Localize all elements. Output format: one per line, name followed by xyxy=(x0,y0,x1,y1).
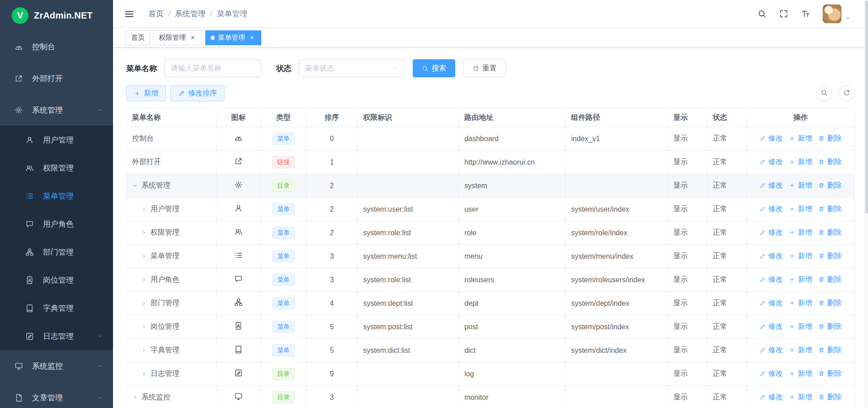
breadcrumb-item-home[interactable]: 首页 xyxy=(148,9,164,19)
edit-link[interactable]: 修改 xyxy=(760,322,783,332)
expand-row-icon[interactable] xyxy=(141,253,151,259)
cell-icon xyxy=(216,151,260,174)
font-size-icon[interactable] xyxy=(801,9,810,19)
delete-link[interactable]: 删除 xyxy=(818,369,841,379)
status-select[interactable]: 菜单状态 xyxy=(299,59,405,77)
delete-link[interactable]: 删除 xyxy=(818,346,841,355)
delete-link[interactable]: 删除 xyxy=(818,204,841,214)
expand-row-icon[interactable] xyxy=(141,300,151,306)
toggle-search-button[interactable] xyxy=(816,85,832,101)
delete-link[interactable]: 删除 xyxy=(818,157,841,167)
reset-button[interactable]: 重置 xyxy=(463,59,506,77)
edit-link[interactable]: 修改 xyxy=(760,134,783,143)
delete-link[interactable]: 删除 xyxy=(818,181,841,190)
sidebar-item-dashboard[interactable]: 控制台 xyxy=(0,31,113,62)
delete-link[interactable]: 删除 xyxy=(818,251,841,261)
caret-down-icon xyxy=(845,15,851,21)
sidebar-item-role[interactable]: 权限管理 xyxy=(0,154,113,182)
edit-link[interactable]: 修改 xyxy=(760,369,783,379)
top-navbar: 首页/系统管理/菜单管理 xyxy=(113,0,868,28)
sidebar-toggle-icon[interactable] xyxy=(124,9,135,19)
expand-collapse-icon[interactable] xyxy=(132,183,142,189)
cell-sort: 2 xyxy=(306,174,357,198)
breadcrumb-item-system[interactable]: 系统管理 xyxy=(175,9,206,19)
expand-row-icon[interactable] xyxy=(141,206,151,212)
cell-ops: 修改新增删除 xyxy=(746,127,854,151)
delete-link[interactable]: 删除 xyxy=(818,134,841,143)
sidebar-item-external[interactable]: 外部打开 xyxy=(0,62,113,94)
sidebar-item-label: 外部打开 xyxy=(32,73,63,84)
add-link[interactable]: 新增 xyxy=(789,299,812,308)
search-icon[interactable] xyxy=(757,9,767,19)
add-link[interactable]: 新增 xyxy=(789,204,812,214)
app-logo[interactable]: V ZrAdmin.NET xyxy=(0,0,113,31)
menu-table: 菜单名称图标类型排序权限标识路由地址组件路径显示状态操作 控制台菜单0dashb… xyxy=(126,108,855,408)
close-icon[interactable]: × xyxy=(189,34,197,42)
add-link[interactable]: 新增 xyxy=(789,275,812,285)
expand-row-icon[interactable] xyxy=(132,394,142,400)
cell-visible: 显示 xyxy=(668,245,707,268)
expand-row-icon[interactable] xyxy=(141,277,151,283)
sidebar-item-article[interactable]: 文章管理 xyxy=(0,382,113,408)
tab-label: 权限管理 xyxy=(159,33,186,42)
sidebar-item-monitor[interactable]: 系统监控 xyxy=(0,350,113,382)
edit-link[interactable]: 修改 xyxy=(760,251,783,261)
cell-sort: 3 xyxy=(306,386,357,408)
expand-row-icon[interactable] xyxy=(141,230,151,236)
refresh-table-button[interactable] xyxy=(839,85,855,101)
edit-link[interactable]: 修改 xyxy=(760,204,783,214)
menu-name-input[interactable] xyxy=(164,59,261,77)
tab-home[interactable]: 首页 xyxy=(126,30,150,45)
edit-link[interactable]: 修改 xyxy=(760,346,783,355)
fullscreen-icon[interactable] xyxy=(779,9,788,19)
app-root: V ZrAdmin.NET 控制台外部打开系统管理用户管理权限管理菜单管理用户角… xyxy=(0,0,868,408)
expand-row-icon[interactable] xyxy=(141,371,151,377)
sidebar-item-dept[interactable]: 部门管理 xyxy=(0,238,113,266)
delete-link[interactable]: 删除 xyxy=(818,393,841,402)
tab-role[interactable]: 权限管理× xyxy=(153,30,202,45)
tab-menu[interactable]: 菜单管理× xyxy=(205,30,261,45)
add-link[interactable]: 新增 xyxy=(789,322,812,332)
add-link[interactable]: 新增 xyxy=(789,157,812,167)
cell-visible: 显示 xyxy=(668,198,707,221)
expand-row-icon[interactable] xyxy=(141,324,151,330)
delete-link[interactable]: 删除 xyxy=(818,228,841,237)
expand-row-icon[interactable] xyxy=(141,347,151,353)
page-scrollbar[interactable] xyxy=(864,0,868,408)
add-link[interactable]: 新增 xyxy=(789,251,812,261)
edit-link[interactable]: 修改 xyxy=(760,157,783,167)
sort-button[interactable]: 修改排序 xyxy=(170,85,225,101)
delete-link[interactable]: 删除 xyxy=(818,322,841,332)
add-link[interactable]: 新增 xyxy=(789,228,812,237)
edit-link[interactable]: 修改 xyxy=(760,393,783,402)
table-tools xyxy=(816,85,855,101)
delete-link[interactable]: 删除 xyxy=(818,275,841,285)
edit-link[interactable]: 修改 xyxy=(760,275,783,285)
close-icon[interactable]: × xyxy=(248,34,256,42)
avatar[interactable] xyxy=(822,4,842,24)
add-link[interactable]: 新增 xyxy=(789,134,812,143)
add-link[interactable]: 新增 xyxy=(789,393,812,402)
sidebar-item-roleusers[interactable]: 用户角色 xyxy=(0,210,113,238)
cell-component: index_v1 xyxy=(566,127,668,151)
user-menu[interactable] xyxy=(822,4,851,24)
add-button[interactable]: 新增 xyxy=(126,85,166,101)
add-link[interactable]: 新增 xyxy=(789,181,812,190)
edit-link[interactable]: 修改 xyxy=(760,228,783,237)
scrollbar-thumb[interactable] xyxy=(865,1,868,213)
edit-link[interactable]: 修改 xyxy=(760,299,783,308)
sidebar-item-post[interactable]: 岗位管理 xyxy=(0,266,113,294)
page-content: 菜单名称 状态 菜单状态 搜索 重置 新增 xyxy=(113,47,868,408)
sidebar-item-dict[interactable]: 字典管理 xyxy=(0,294,113,322)
column-header: 菜单名称 xyxy=(127,109,217,127)
status-label: 状态 xyxy=(276,63,292,74)
sidebar-item-system[interactable]: 系统管理 xyxy=(0,94,113,126)
edit-link[interactable]: 修改 xyxy=(760,181,783,190)
search-button[interactable]: 搜索 xyxy=(413,59,455,77)
sidebar-item-log[interactable]: 日志管理 xyxy=(0,322,113,350)
sidebar-item-user[interactable]: 用户管理 xyxy=(0,126,113,154)
delete-link[interactable]: 删除 xyxy=(818,299,841,308)
sidebar-item-menu[interactable]: 菜单管理 xyxy=(0,182,113,210)
add-link[interactable]: 新增 xyxy=(789,369,812,379)
add-link[interactable]: 新增 xyxy=(789,346,812,355)
